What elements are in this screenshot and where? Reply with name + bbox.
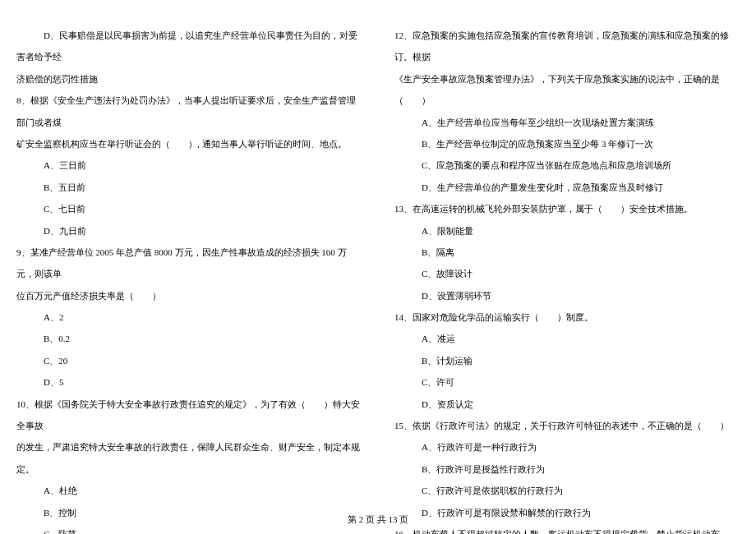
q15-option-a: A、行政许可是一种行政行为 xyxy=(394,436,740,458)
q8-option-b: B、五日前 xyxy=(16,177,362,198)
q12-option-b: B、生产经营单位制定的应急预案应当至少每 3 年修订一次 xyxy=(394,133,740,154)
q9-option-b: B、0.2 xyxy=(16,328,362,349)
q9-option-a: A、2 xyxy=(16,306,362,328)
q10-text2: 的发生，严肃追究特大安全事故的行政责任，保障人民群众生命、财产安全，制定本规定。 xyxy=(16,436,362,480)
q13-option-d: D、设置薄弱环节 xyxy=(394,285,740,306)
q7-option-d-line2: 济赔偿的惩罚性措施 xyxy=(16,68,362,90)
right-column: 12、应急预案的实施包括应急预案的宣传教育培训，应急预案的演练和应急预案的修订。… xyxy=(394,25,740,501)
q9-text2: 位百万元产值经济损失率是（ ） xyxy=(16,285,362,306)
left-column: D、民事赔偿是以民事损害为前提，以追究生产经营单位民事责任为目的，对受害者给予经… xyxy=(16,25,362,501)
q13-option-c: C、故障设计 xyxy=(394,263,740,284)
q9-option-c: C、20 xyxy=(16,350,362,371)
q13-text: 13、在高速运转的机械飞轮外部安装防护罩，属于（ ）安全技术措施。 xyxy=(394,198,740,219)
q13-option-b: B、隔离 xyxy=(394,242,740,263)
q7-option-d-line1: D、民事赔偿是以民事损害为前提，以追究生产经营单位民事责任为目的，对受害者给予经 xyxy=(16,25,362,68)
q8-option-c: C、七日前 xyxy=(16,198,362,219)
q14-option-d: D、资质认定 xyxy=(394,394,740,415)
q15-option-b: B、行政许可是授益性行政行为 xyxy=(394,458,740,480)
q12-option-c: C、应急预案的要点和程序应当张贴在应急地点和应急培训场所 xyxy=(394,154,740,176)
q14-text: 14、国家对危险化学品的运输实行（ ）制度。 xyxy=(394,306,740,328)
page-footer: 第 2 页 共 13 页 xyxy=(0,513,756,526)
q12-option-d: D、生产经营单位的产量发生变化时，应急预案应当及时修订 xyxy=(394,177,740,198)
q12-option-a: A、生产经营单位应当每年至少组织一次现场处置方案演练 xyxy=(394,112,740,133)
q8-option-a: A、三日前 xyxy=(16,154,362,176)
q14-option-a: A、准运 xyxy=(394,328,740,349)
q15-text: 15、依据《行政许可法》的规定，关于行政许可特征的表述中，不正确的是（ ） xyxy=(394,415,740,436)
q9-option-d: D、5 xyxy=(16,371,362,393)
q14-option-c: C、许可 xyxy=(394,371,740,393)
q10-option-a: A、杜绝 xyxy=(16,480,362,501)
q15-option-c: C、行政许可是依据职权的行政行为 xyxy=(394,480,740,501)
q10-text: 10、根据《国务院关于特大安全事故行政责任追究的规定》，为了有效（ ）特大安全事… xyxy=(16,394,362,437)
q8-option-d: D、九日前 xyxy=(16,220,362,242)
q9-text: 9、某准产经营单位 2005 年总产值 8000 万元，因生产性事故造成的经济损… xyxy=(16,242,362,285)
q12-text: 12、应急预案的实施包括应急预案的宣传教育培训，应急预案的演练和应急预案的修订。… xyxy=(394,25,740,68)
q13-option-a: A、限制能量 xyxy=(394,220,740,242)
q8-text2: 矿安全监察机构应当在举行听证会的（ ）, 通知当事人举行听证的时间、地点。 xyxy=(16,133,362,154)
q8-text: 8、根据《安全生产违法行为处罚办法》，当事人提出听证要求后，安全生产监督管理部门… xyxy=(16,90,362,133)
q14-option-b: B、计划运输 xyxy=(394,350,740,371)
page-container: D、民事赔偿是以民事损害为前提，以追究生产经营单位民事责任为目的，对受害者给予经… xyxy=(16,25,740,501)
q12-text2: 《生产安全事故应急预案管理办法》，下列关于应急预案实施的说法中，正确的是（ ） xyxy=(394,68,740,112)
